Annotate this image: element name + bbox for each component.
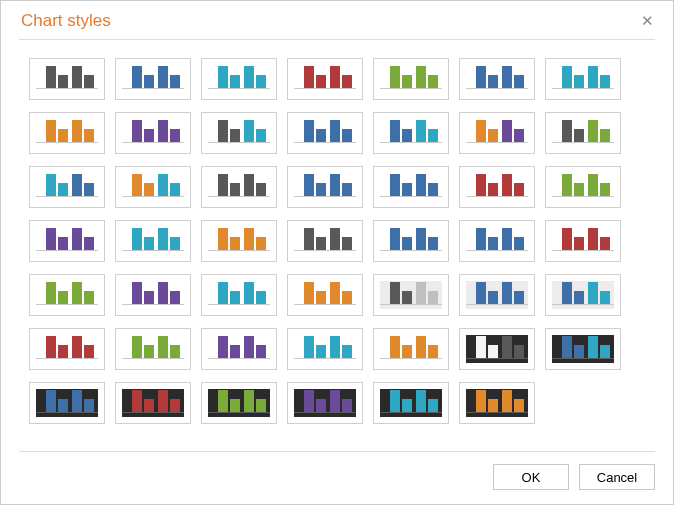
chart-style-tile[interactable] (201, 112, 277, 154)
chart-style-tile[interactable] (29, 58, 105, 100)
bar-icon (144, 399, 154, 412)
bar-icon (488, 345, 498, 358)
chart-style-tile[interactable] (287, 58, 363, 100)
bar-icon (132, 174, 142, 196)
chart-style-tile[interactable] (373, 220, 449, 262)
chart-style-tile[interactable] (29, 328, 105, 370)
bar-icon (46, 120, 56, 142)
chart-style-tile[interactable] (373, 166, 449, 208)
chart-style-tile[interactable] (287, 166, 363, 208)
chart-style-tile[interactable] (459, 112, 535, 154)
bar-icon (502, 390, 512, 412)
bar-icon (218, 66, 228, 88)
bar-icon (476, 336, 486, 358)
bar-icon (170, 399, 180, 412)
chart-style-tile[interactable] (115, 166, 191, 208)
bar-icon (230, 399, 240, 412)
bar-icon (218, 336, 228, 358)
bar-icon (244, 120, 254, 142)
chart-style-tile[interactable] (545, 328, 621, 370)
bar-icon (256, 345, 266, 358)
chart-style-tile[interactable] (373, 274, 449, 316)
chart-style-tile[interactable] (201, 220, 277, 262)
ok-button[interactable]: OK (493, 464, 569, 490)
chart-style-tile[interactable] (545, 112, 621, 154)
chart-style-tile[interactable] (373, 382, 449, 424)
cancel-button[interactable]: Cancel (579, 464, 655, 490)
chart-style-tile[interactable] (287, 382, 363, 424)
bar-icon (428, 183, 438, 196)
bar-icon (488, 291, 498, 304)
bar-icon (574, 237, 584, 250)
chart-style-tile[interactable] (287, 274, 363, 316)
chart-style-tile[interactable] (115, 58, 191, 100)
chart-style-tile[interactable] (545, 274, 621, 316)
bar-icon (402, 291, 412, 304)
bar-icon (416, 120, 426, 142)
chart-style-tile[interactable] (287, 112, 363, 154)
bar-icon (574, 129, 584, 142)
chart-style-tile[interactable] (459, 166, 535, 208)
chart-style-tile[interactable] (373, 58, 449, 100)
bar-icon (84, 399, 94, 412)
chart-style-tile[interactable] (29, 382, 105, 424)
bar-icon (230, 345, 240, 358)
close-icon[interactable]: ✕ (639, 13, 655, 29)
chart-style-tile[interactable] (373, 328, 449, 370)
bar-icon (132, 390, 142, 412)
bar-icon (304, 66, 314, 88)
chart-style-tile[interactable] (459, 220, 535, 262)
chart-style-tile[interactable] (201, 328, 277, 370)
bar-icon (256, 237, 266, 250)
chart-style-tile[interactable] (29, 220, 105, 262)
bar-icon (170, 183, 180, 196)
bar-icon (144, 237, 154, 250)
bar-icon (600, 183, 610, 196)
chart-style-tile[interactable] (115, 112, 191, 154)
chart-style-tile[interactable] (115, 220, 191, 262)
chart-style-tile[interactable] (115, 328, 191, 370)
bar-icon (230, 237, 240, 250)
bar-icon (256, 291, 266, 304)
chart-style-tile[interactable] (545, 166, 621, 208)
bar-icon (488, 399, 498, 412)
bar-icon (72, 120, 82, 142)
chart-style-tile[interactable] (29, 166, 105, 208)
bar-icon (428, 291, 438, 304)
bar-icon (342, 129, 352, 142)
chart-style-tile[interactable] (115, 274, 191, 316)
chart-style-tile[interactable] (201, 58, 277, 100)
chart-style-tile[interactable] (545, 220, 621, 262)
bar-icon (488, 129, 498, 142)
bar-icon (600, 129, 610, 142)
bar-icon (416, 66, 426, 88)
chart-style-tile[interactable] (29, 112, 105, 154)
bar-icon (58, 129, 68, 142)
chart-style-tile[interactable] (201, 274, 277, 316)
chart-style-tile[interactable] (287, 220, 363, 262)
bar-icon (158, 66, 168, 88)
bar-icon (244, 228, 254, 250)
bar-icon (476, 174, 486, 196)
chart-style-tile[interactable] (459, 274, 535, 316)
bar-icon (502, 282, 512, 304)
bar-icon (230, 75, 240, 88)
bar-icon (390, 66, 400, 88)
chart-style-tile[interactable] (545, 58, 621, 100)
chart-style-tile[interactable] (459, 382, 535, 424)
bar-icon (514, 237, 524, 250)
chart-style-tile[interactable] (459, 58, 535, 100)
chart-style-tile[interactable] (29, 274, 105, 316)
bar-icon (588, 228, 598, 250)
chart-style-tile[interactable] (201, 166, 277, 208)
chart-style-tile[interactable] (201, 382, 277, 424)
chart-style-tile[interactable] (287, 328, 363, 370)
chart-style-tile[interactable] (373, 112, 449, 154)
bar-icon (514, 291, 524, 304)
bar-icon (562, 120, 572, 142)
chart-style-tile[interactable] (459, 328, 535, 370)
bar-icon (58, 183, 68, 196)
chart-style-tile[interactable] (115, 382, 191, 424)
bar-icon (218, 390, 228, 412)
bar-icon (244, 336, 254, 358)
